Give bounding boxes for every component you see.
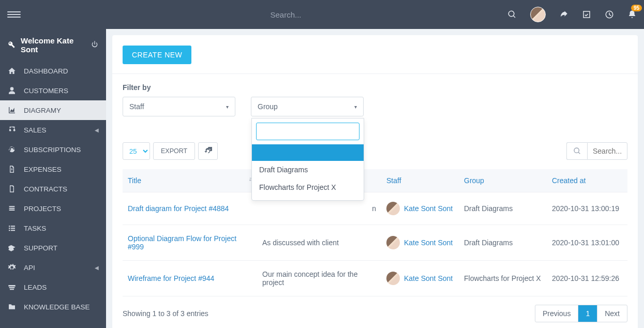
page-size-select[interactable]: 25: [123, 142, 150, 160]
panel-header: CREATE NEW: [112, 35, 638, 74]
row-desc: Our main concept idea for the project: [257, 261, 381, 296]
menu-toggle[interactable]: [7, 8, 21, 21]
row-title-link[interactable]: Wireframe for Project #944: [128, 274, 214, 282]
chevron-left-icon: ◀: [95, 127, 99, 133]
table-row: Draft diagram for Project #4884 n Kate S…: [123, 192, 627, 225]
clock-icon[interactable]: [605, 10, 614, 19]
pagination: Previous 1 Next: [535, 305, 627, 322]
ticket-icon: [7, 244, 17, 252]
panel: CREATE NEW Filter by Staff ▾ Group ▾: [112, 35, 638, 328]
nav-projects[interactable]: PROJECTS: [0, 199, 106, 218]
file-icon: [7, 165, 17, 173]
nav-label: API: [24, 264, 35, 272]
nav-label: SUPPORT: [24, 244, 57, 252]
welcome-block: Welcome Kate Sont: [0, 29, 106, 61]
notifications-bell[interactable]: 95: [627, 10, 637, 19]
power-icon[interactable]: [91, 40, 99, 50]
create-new-button[interactable]: CREATE NEW: [123, 46, 191, 64]
row-staff-link[interactable]: Kate Sont Sont: [404, 274, 453, 282]
group-option-blank[interactable]: [252, 144, 364, 161]
col-staff[interactable]: Staff: [381, 169, 459, 192]
pager-previous[interactable]: Previous: [535, 305, 578, 322]
topbar: 95: [0, 0, 644, 29]
caret-down-icon: ▾: [226, 104, 229, 110]
avatar: [386, 202, 400, 215]
welcome-text: Welcome Kate Sont: [21, 36, 85, 54]
nav-expenses[interactable]: EXPENSES: [0, 159, 106, 179]
nav-label: DIAGRAMY: [24, 107, 61, 114]
chart-icon: [7, 106, 17, 114]
tasks-icon: [7, 224, 17, 232]
group-dropdown: Draft Diagrams Flowcharts for Project X: [251, 118, 364, 201]
row-staff-link[interactable]: Kate Sont Sont: [404, 238, 453, 247]
notifications-count: 95: [631, 5, 642, 11]
table-row: Wireframe for Project #944 Our main conc…: [123, 261, 627, 296]
gears-icon: [7, 263, 17, 272]
nav-sales[interactable]: SALES◀: [0, 120, 106, 140]
nav-label: CUSTOMERS: [24, 87, 68, 95]
sidebar: Welcome Kate Sont DASHBOARD CUSTOMERS DI…: [0, 29, 106, 328]
nav-contracts[interactable]: CONTRACTS: [0, 179, 106, 199]
row-group: Draft Diagrams: [459, 225, 547, 261]
avatar: [386, 236, 400, 249]
nav-tasks[interactable]: TASKS: [0, 218, 106, 238]
share-icon[interactable]: [559, 10, 568, 19]
group-dropdown-search[interactable]: [256, 123, 360, 140]
group-option[interactable]: Flowcharts for Project X: [252, 178, 364, 196]
nav-knowledge-base[interactable]: KNOWLEDGE BASE: [0, 297, 106, 317]
nav-label: PROJECTS: [24, 205, 61, 213]
table-search-icon: [566, 142, 587, 160]
row-created: 2020-10-31 13:01:00: [547, 225, 627, 261]
nav-label: KNOWLEDGE BASE: [24, 303, 90, 311]
showing-entries: Showing 1 to 3 of 3 entries: [123, 309, 208, 318]
group-filter-select[interactable]: Group ▾ Draft Diagrams Flowcharts for Pr…: [251, 97, 364, 116]
table-search-input[interactable]: [587, 142, 627, 160]
user-icon: [7, 86, 17, 95]
pager-page-1[interactable]: 1: [578, 305, 597, 322]
row-title-link[interactable]: Draft diagram for Project #4884: [128, 204, 229, 213]
nav-leads[interactable]: LEADS: [0, 277, 106, 297]
nav-subscriptions[interactable]: SUBSCRIPTIONS: [0, 140, 106, 159]
row-created: 2020-10-31 13:00:19: [547, 192, 627, 225]
group-filter-value: Group: [258, 102, 278, 111]
refresh-button[interactable]: [198, 142, 218, 160]
group-option[interactable]: Draft Diagrams: [252, 161, 364, 178]
row-group: Flowcharts for Project X: [459, 261, 547, 296]
user-avatar[interactable]: [530, 7, 546, 22]
nav-support[interactable]: SUPPORT: [0, 238, 106, 258]
nav-label: DASHBOARD: [24, 67, 68, 75]
search-icon[interactable]: [507, 10, 517, 19]
staff-filter-select[interactable]: Staff ▾: [123, 97, 235, 116]
checkbox-icon[interactable]: [582, 10, 591, 19]
doc-icon: [7, 185, 17, 193]
avatar: [386, 272, 400, 285]
nav-diagramy[interactable]: DIAGRAMY: [0, 100, 106, 120]
pager-next[interactable]: Next: [597, 305, 627, 322]
col-group[interactable]: Group: [459, 169, 547, 192]
row-group: Draft Diagrams: [459, 192, 547, 225]
refresh-icon: [7, 145, 17, 154]
row-created: 2020-10-31 12:59:26: [547, 261, 627, 296]
filter-by-label: Filter by: [123, 83, 627, 92]
table-row: Optional Diagram Flow for Project #999 A…: [123, 225, 627, 261]
row-staff-link[interactable]: Kate Sont Sont: [404, 204, 453, 213]
caret-down-icon: ▾: [354, 104, 357, 110]
nav-label: CONTRACTS: [24, 185, 67, 193]
leads-icon: [7, 283, 17, 291]
wrench-icon: [7, 40, 16, 50]
main-content: CREATE NEW Filter by Staff ▾ Group ▾: [106, 29, 644, 328]
nav-label: SALES: [24, 126, 47, 134]
row-title-link[interactable]: Optional Diagram Flow for Project #999: [128, 234, 236, 251]
home-icon: [7, 67, 17, 75]
col-title[interactable]: Title⇵: [123, 169, 257, 192]
nav-label: EXPENSES: [24, 166, 62, 173]
export-button[interactable]: EXPORT: [153, 142, 195, 160]
nav-api[interactable]: API◀: [0, 258, 106, 277]
nav-dashboard[interactable]: DASHBOARD: [0, 61, 106, 81]
folder-icon: [7, 303, 17, 311]
global-search-input[interactable]: [271, 10, 374, 19]
nav-customers[interactable]: CUSTOMERS: [0, 81, 106, 100]
col-created[interactable]: Created at: [547, 169, 627, 192]
nav-label: SUBSCRIPTIONS: [24, 146, 81, 154]
data-table: Title⇵ Staff Group Created at Draft diag…: [123, 169, 627, 296]
